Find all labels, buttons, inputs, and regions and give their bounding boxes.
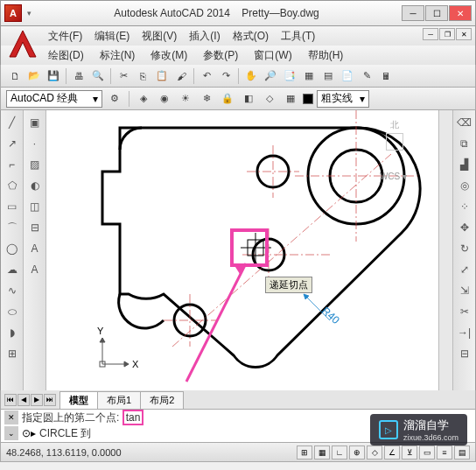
polygon-tool-icon[interactable]: ⬠ [3, 176, 22, 195]
tab-layout2[interactable]: 布局2 [140, 391, 184, 409]
app-menu-logo[interactable] [5, 26, 40, 61]
calc-icon[interactable]: 🖩 [377, 67, 395, 85]
erase-tool-icon[interactable]: ⌫ [455, 113, 474, 132]
layer-icon[interactable]: ◈ [135, 90, 152, 108]
gear-icon[interactable]: ⚙ [106, 90, 123, 108]
pan-icon[interactable]: ✋ [242, 67, 260, 85]
tab-next-icon[interactable]: ▶ [31, 394, 43, 406]
menu-window[interactable]: 窗口(W) [250, 46, 295, 65]
redo-icon[interactable]: ↷ [217, 67, 234, 85]
tab-prev-icon[interactable]: ◀ [18, 394, 30, 406]
table-tool-icon[interactable]: ⊟ [25, 218, 45, 237]
color-swatch[interactable] [303, 94, 313, 104]
menu-help[interactable]: 帮助(H) [304, 46, 347, 65]
tab-model[interactable]: 模型 [60, 391, 98, 409]
hatch-tool-icon[interactable]: ▨ [25, 155, 45, 174]
layer-color-icon[interactable]: ◧ [240, 90, 257, 108]
menu-modify[interactable]: 修改(M) [147, 46, 191, 65]
tab-last-icon[interactable]: ⏭ [44, 394, 56, 406]
dyn-mode-icon[interactable]: ▭ [419, 445, 435, 459]
break-tool-icon[interactable]: ⊟ [455, 344, 474, 363]
line-tool-icon[interactable]: ╱ [3, 113, 22, 132]
app-icon[interactable]: A [4, 4, 22, 22]
gradient-tool-icon[interactable]: ◐ [25, 176, 45, 195]
osnap-mode-icon[interactable]: ◇ [367, 445, 382, 459]
rectangle-tool-icon[interactable]: ▭ [3, 197, 22, 216]
otrack-mode-icon[interactable]: ∠ [384, 445, 400, 459]
osnap-icon[interactable]: ◇ [261, 90, 278, 108]
move-tool-icon[interactable]: ✥ [455, 218, 474, 237]
block-tool-icon[interactable]: ▣ [25, 113, 45, 132]
wcs-label[interactable]: WCS ▾ [380, 172, 407, 181]
match-icon[interactable]: 🖌 [172, 67, 190, 85]
menu-format[interactable]: 格式(O) [229, 27, 272, 46]
menu-edit[interactable]: 编辑(E) [91, 27, 133, 46]
sun-icon[interactable]: ☀ [177, 90, 194, 108]
ellipse-arc-tool-icon[interactable]: ◗ [3, 323, 22, 342]
paste-icon[interactable]: 📋 [153, 67, 171, 85]
open-icon[interactable]: 📂 [25, 67, 43, 85]
tab-first-icon[interactable]: ⏮ [4, 394, 17, 406]
insert-block-tool-icon[interactable]: ⊞ [3, 344, 22, 363]
copy-tool-icon[interactable]: ⧉ [455, 134, 474, 153]
circle-tool-icon[interactable]: ◯ [3, 239, 22, 258]
menu-view[interactable]: 视图(V) [138, 27, 180, 46]
menu-insert[interactable]: 插入(I) [186, 27, 223, 46]
layer-state-icon[interactable]: ◉ [156, 90, 173, 108]
print-icon[interactable]: 🖶 [70, 67, 88, 85]
menu-file[interactable]: 文件(F) [45, 27, 86, 46]
polar-mode-icon[interactable]: ⊕ [349, 445, 365, 459]
ducs-mode-icon[interactable]: ⊻ [402, 445, 417, 459]
sheet-icon[interactable]: 📄 [339, 67, 356, 85]
design-center-icon[interactable]: ▦ [300, 67, 318, 85]
menu-tools[interactable]: 工具(T) [277, 27, 318, 46]
grid-mode-icon[interactable]: ▦ [314, 445, 330, 459]
arc-tool-icon[interactable]: ⌒ [3, 218, 22, 237]
rotate-tool-icon[interactable]: ↻ [455, 239, 474, 258]
preview-icon[interactable]: 🔍 [89, 67, 107, 85]
vertical-scrollbar[interactable] [438, 110, 452, 390]
mtext-tool-icon[interactable]: A [25, 260, 45, 279]
offset-tool-icon[interactable]: ◎ [455, 176, 474, 195]
mirror-tool-icon[interactable]: ▟ [455, 155, 474, 174]
qp-mode-icon[interactable]: ▤ [454, 445, 470, 459]
grid-icon[interactable]: ▦ [282, 90, 299, 108]
array-tool-icon[interactable]: ⁘ [455, 197, 474, 216]
revcloud-tool-icon[interactable]: ☁ [3, 260, 22, 279]
doc-minimize-button[interactable]: ─ [423, 28, 438, 40]
ellipse-tool-icon[interactable]: ⬭ [3, 302, 22, 321]
scale-tool-icon[interactable]: ⤢ [455, 260, 474, 279]
snap-mode-icon[interactable]: ⊞ [297, 445, 312, 459]
region-tool-icon[interactable]: ◫ [25, 197, 45, 216]
ortho-mode-icon[interactable]: ∟ [332, 445, 347, 459]
freeze-icon[interactable]: ❄ [198, 90, 215, 108]
trim-tool-icon[interactable]: ✂ [455, 302, 474, 321]
menu-draw[interactable]: 绘图(D) [45, 46, 88, 65]
stretch-tool-icon[interactable]: ⇲ [455, 281, 474, 300]
xline-tool-icon[interactable]: ↗ [3, 134, 22, 153]
polyline-tool-icon[interactable]: ⌐ [3, 155, 22, 174]
cut-icon[interactable]: ✂ [115, 67, 132, 85]
zoom-icon[interactable]: 🔎 [262, 67, 279, 85]
save-icon[interactable]: 💾 [45, 67, 62, 85]
tab-layout1[interactable]: 布局1 [97, 391, 141, 409]
doc-restore-button[interactable]: ❐ [439, 28, 455, 40]
undo-icon[interactable]: ↶ [198, 67, 215, 85]
linestyle-select[interactable]: 粗实线▾ [317, 90, 369, 108]
lwt-mode-icon[interactable]: ≡ [437, 445, 452, 459]
workspace-select[interactable]: AutoCAD 经典▾ [6, 90, 102, 108]
doc-close-button[interactable]: ✕ [456, 28, 472, 40]
menu-param[interactable]: 参数(P) [200, 46, 242, 65]
markup-icon[interactable]: ✎ [358, 67, 375, 85]
spline-tool-icon[interactable]: ∿ [3, 281, 22, 300]
cmd-chevron-icon[interactable]: ⌄ [4, 426, 18, 440]
cmd-close-icon[interactable]: ✕ [4, 410, 18, 424]
view-cube[interactable]: 北 [386, 117, 403, 152]
drawing-canvas[interactable]: R40 X Y 北 WCS ▾ 递延切点 [46, 110, 438, 390]
close-button[interactable]: ✕ [449, 5, 472, 21]
text-tool-icon[interactable]: A [25, 239, 45, 258]
lock-icon[interactable]: 🔒 [219, 90, 236, 108]
properties-icon[interactable]: 📑 [281, 67, 298, 85]
copy-icon[interactable]: ⎘ [134, 67, 151, 85]
point-tool-icon[interactable]: · [25, 134, 45, 153]
